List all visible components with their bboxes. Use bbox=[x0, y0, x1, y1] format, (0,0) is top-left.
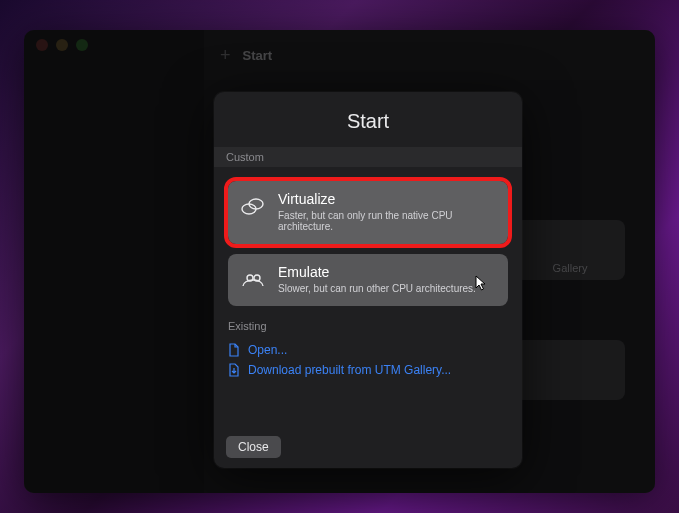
link-label: Open... bbox=[248, 343, 287, 357]
virtualize-icon bbox=[240, 195, 266, 217]
option-title: Emulate bbox=[278, 264, 496, 280]
open-link[interactable]: Open... bbox=[228, 340, 508, 360]
option-body: Virtualize Faster, but can only run the … bbox=[278, 191, 496, 232]
close-button[interactable]: Close bbox=[226, 436, 281, 458]
option-subtitle: Slower, but can run other CPU architectu… bbox=[278, 283, 496, 294]
link-label: Download prebuilt from UTM Gallery... bbox=[248, 363, 451, 377]
options-group: Virtualize Faster, but can only run the … bbox=[214, 167, 522, 314]
option-virtualize[interactable]: Virtualize Faster, but can only run the … bbox=[228, 181, 508, 244]
emulate-icon bbox=[240, 268, 266, 290]
document-icon bbox=[228, 343, 240, 357]
sheet-title: Start bbox=[214, 92, 522, 147]
option-body: Emulate Slower, but can run other CPU ar… bbox=[278, 264, 496, 294]
option-title: Virtualize bbox=[278, 191, 496, 207]
app-window: + Start Gallery Start Custom Virtualize … bbox=[24, 30, 655, 493]
sheet-footer: Close bbox=[214, 426, 522, 468]
existing-section: Existing Open... Download pre bbox=[214, 314, 522, 380]
option-emulate[interactable]: Emulate Slower, but can run other CPU ar… bbox=[228, 254, 508, 306]
section-header-existing: Existing bbox=[228, 320, 508, 332]
download-document-icon bbox=[228, 363, 240, 377]
option-subtitle: Faster, but can only run the native CPU … bbox=[278, 210, 496, 232]
download-gallery-link[interactable]: Download prebuilt from UTM Gallery... bbox=[228, 360, 508, 380]
start-sheet: Start Custom Virtualize Faster, but can … bbox=[214, 92, 522, 468]
section-header-custom: Custom bbox=[214, 147, 522, 167]
